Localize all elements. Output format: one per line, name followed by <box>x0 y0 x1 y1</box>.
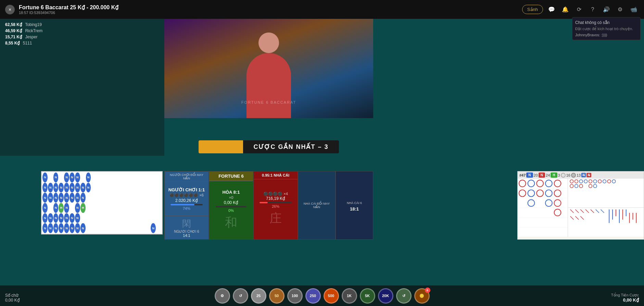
nha-cai-doi-column[interactable]: NHÀ CÁI ĐỔI MAY MẮN <box>298 171 336 240</box>
nha-cai-column[interactable]: 0.95:1 NHÀ CÁI ⚫⚫⚫⚫ ×4 716,19 K₫ 26% 庄 <box>253 171 298 240</box>
nha-cai-6-label: NHÀ CÁI 6 <box>345 200 364 206</box>
coin-chip[interactable]: 🪙 6 <box>414 288 430 304</box>
bead-cell: N <box>48 223 53 233</box>
bead-cell: N <box>75 193 80 203</box>
svg-point-19 <box>570 180 573 183</box>
chat-icon[interactable]: 💬 <box>546 4 557 15</box>
bead-cell: H <box>80 203 86 213</box>
bead-cell <box>129 223 134 233</box>
nguoi-choi-amount: 2.020,26 K₫ <box>175 198 198 203</box>
svg-line-38 <box>591 209 594 213</box>
chip-25[interactable]: 25 <box>251 288 266 304</box>
bead-cell <box>102 213 107 223</box>
bead-cell <box>140 183 145 193</box>
bead-cell: N <box>42 173 48 182</box>
road-content <box>518 179 644 237</box>
chip-250[interactable]: 250 <box>305 288 321 304</box>
nha-cai-progress <box>260 202 292 203</box>
bead-cell: N <box>70 223 75 233</box>
game-title: Fortune 6 Baccarat 25 K₫ - 200.000 K₫ <box>19 4 522 11</box>
video-icon[interactable]: 📹 <box>629 4 639 15</box>
n-slash-blue: N <box>581 173 586 177</box>
bead-cell <box>108 203 113 213</box>
bead-cell: N <box>75 183 80 193</box>
bead-cell <box>129 183 134 193</box>
svg-point-24 <box>575 184 578 188</box>
sanh-button[interactable]: Sảnh <box>522 5 543 14</box>
settings-icon[interactable]: ⚙ <box>615 4 625 15</box>
bead-cell <box>140 223 145 233</box>
bead-cell: N <box>64 173 69 182</box>
nguoi-choi-column[interactable]: NGƯỜI CHƠI ĐỔI MAY MẮN NGƯỜI CHƠI 1:1 ⚫⚫… <box>164 171 209 240</box>
bead-cell <box>135 193 140 203</box>
svg-point-22 <box>584 180 588 183</box>
small-road-top <box>568 179 644 208</box>
chip-100[interactable]: 100 <box>287 288 303 304</box>
bead-cell <box>129 213 134 223</box>
bead-cell <box>102 193 107 203</box>
chip-20k[interactable]: 20K <box>378 288 393 304</box>
hoa-section: HÒA 8:1 ×0 0,00 K₫ 0% 和 <box>209 181 253 239</box>
bead-cell <box>151 173 156 182</box>
fortune6-column[interactable]: FORTUNE 6 HÒA 8:1 ×0 0,00 K₫ 0% 和 <box>209 171 253 240</box>
bead-cell <box>70 203 75 213</box>
nguoi-choi-main: NGƯỜI CHƠI 1:1 ⚫⚫⚫⚫⚫⚫ ×6 2.020,26 K₫ 74% <box>165 182 209 216</box>
n-red-badge: N <box>539 173 545 178</box>
bead-cell <box>108 193 113 203</box>
bead-cell: N <box>42 213 48 223</box>
small-road-bottom-svg <box>568 208 644 237</box>
volume-icon[interactable]: 🔊 <box>601 4 611 15</box>
refresh-chip[interactable]: ↺ <box>396 288 412 304</box>
game-title-area: Fortune 6 Baccarat 25 K₫ - 200.000 K₫ 18… <box>19 4 522 15</box>
h-count: 3 <box>558 173 560 177</box>
bead-cell <box>86 223 91 233</box>
bead-cell <box>118 213 123 223</box>
bead-cell <box>86 193 91 203</box>
undo-chip[interactable]: ↺ <box>233 288 248 304</box>
bead-cell <box>91 203 96 213</box>
chip-50[interactable]: 50 <box>269 288 285 304</box>
bead-cell <box>113 173 118 182</box>
gray-count: 13 <box>577 173 581 177</box>
svg-point-6 <box>519 190 526 197</box>
betting-columns: NGƯỜI CHƠI ĐỔI MAY MẮN NGƯỜI CHƠI 1:1 ⚫⚫… <box>164 171 383 240</box>
bottom-left-info: Số chữ 0,00 K₫ <box>5 293 20 303</box>
bead-cell <box>118 193 123 203</box>
svg-line-34 <box>570 209 574 213</box>
bead-grid: N N N N N N N N N N N N N N N <box>42 172 162 234</box>
chip-1k[interactable]: 1K <box>342 288 357 304</box>
bead-cell: N <box>75 173 80 182</box>
bead-cell: N <box>59 223 64 233</box>
bell-icon[interactable]: 🔔 <box>560 4 570 15</box>
close-button[interactable]: × <box>5 5 15 14</box>
list-item: 62,58 K₫ Tobing19 <box>5 22 159 27</box>
svg-line-36 <box>580 209 584 213</box>
chip-5k[interactable]: 5K <box>360 288 375 304</box>
svg-point-17 <box>554 200 561 206</box>
chat-no-san: Chat không có sẵn <box>575 20 637 25</box>
bead-cell <box>86 203 91 213</box>
chip-500[interactable]: 500 <box>324 288 339 304</box>
white-circle <box>561 173 566 178</box>
svg-point-10 <box>536 180 543 187</box>
svg-point-20 <box>575 180 578 183</box>
bead-cell <box>48 203 53 213</box>
video-area: FORTUNE 6 BACCARAT <box>164 19 373 118</box>
right-road-area: #47 N 20 N 24 H 3 16 13 N N <box>517 171 644 240</box>
list-item: 8,55 K₫ 5111 <box>5 41 159 46</box>
left-panel: 62,58 K₫ Tobing19 46,59 K₫ RickTrem 15,7… <box>0 19 164 156</box>
n-blue-badge: N <box>526 173 533 178</box>
bead-cell <box>156 223 161 233</box>
bead-cell <box>97 213 102 223</box>
chat-prompt: Đặt cược để kích hoạt trò chuyện. <box>575 27 637 31</box>
bead-cell: N <box>42 183 48 193</box>
bead-cell: N <box>53 173 59 182</box>
help-icon[interactable]: ? <box>588 4 598 15</box>
settings-chip[interactable]: ⚙ <box>215 288 230 304</box>
bead-cell <box>91 173 96 182</box>
bead-cell <box>129 193 134 203</box>
nha-cai-6-column[interactable]: NHÀ CÁI 6 18:1 <box>336 171 373 240</box>
game-id: 18:57 ID:5393494706 <box>19 11 522 15</box>
history-icon[interactable]: ⟳ <box>574 4 584 15</box>
bead-cell <box>108 183 113 193</box>
